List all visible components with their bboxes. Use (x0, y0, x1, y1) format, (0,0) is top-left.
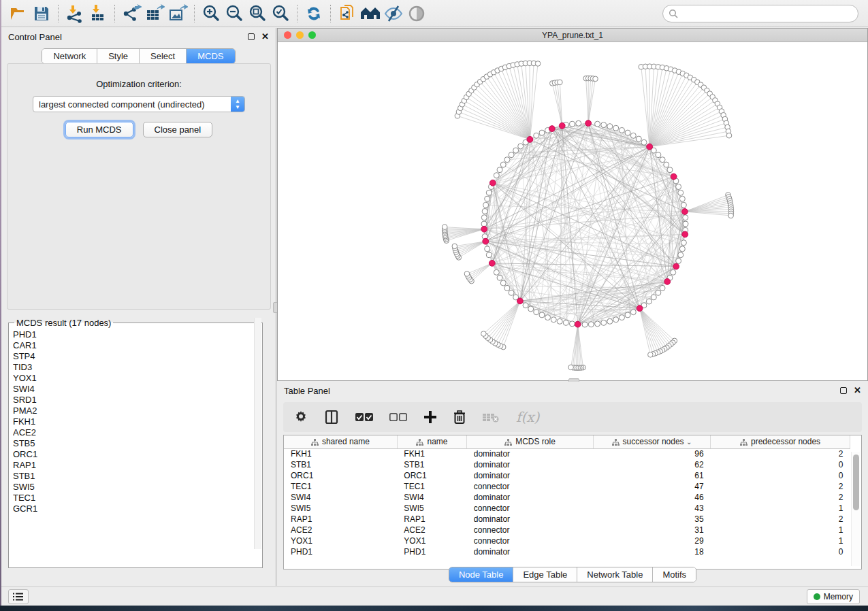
close-table-panel-icon[interactable]: ✕ (854, 387, 861, 394)
cell[interactable]: YOX1 (397, 535, 466, 546)
cell[interactable]: RAP1 (397, 514, 466, 525)
cell[interactable]: STB1 (397, 459, 466, 470)
zoom-selected-icon[interactable] (269, 3, 292, 24)
cell[interactable]: ACE2 (284, 525, 397, 535)
cell[interactable]: 2 (711, 448, 850, 459)
result-node[interactable]: STB1 (13, 471, 262, 482)
cell[interactable]: 2 (711, 492, 850, 503)
cell[interactable]: 96 (593, 448, 710, 459)
cell[interactable]: SWI5 (284, 503, 397, 514)
close-panel-icon[interactable]: ✕ (261, 33, 269, 40)
result-node[interactable]: RAP1 (13, 460, 262, 471)
cell[interactable]: connector (467, 535, 594, 546)
tab-node-table[interactable]: Node Table (449, 567, 514, 582)
delete-column-icon[interactable] (453, 410, 466, 425)
float-table-panel-icon[interactable] (840, 387, 847, 394)
cell[interactable]: RAP1 (284, 514, 397, 525)
table-row[interactable]: RAP1RAP1dominator352 (284, 514, 850, 525)
cell[interactable]: 0 (711, 459, 850, 470)
open-file-icon[interactable] (7, 3, 30, 24)
mcds-node[interactable] (559, 122, 565, 129)
result-node[interactable]: ACE2 (13, 427, 262, 438)
memory-button[interactable]: Memory (807, 589, 860, 604)
cell[interactable]: PHD1 (397, 546, 466, 557)
table-row[interactable]: STB1STB1dominator620 (284, 459, 850, 470)
cell[interactable]: SWI4 (284, 492, 397, 503)
show-all-icon[interactable] (405, 3, 428, 24)
result-list-scrollbar[interactable] (254, 318, 261, 549)
result-node[interactable]: PMA2 (13, 406, 262, 416)
export-image-icon[interactable] (166, 3, 189, 24)
cell[interactable]: 29 (593, 535, 710, 546)
cell[interactable]: connector (467, 481, 594, 492)
table-row[interactable]: FKH1FKH1dominator962 (284, 448, 850, 459)
export-network-icon[interactable] (120, 3, 143, 24)
cell[interactable]: connector (467, 503, 594, 514)
cell[interactable]: STB1 (284, 459, 397, 470)
column-selector-icon[interactable] (324, 410, 339, 425)
cell[interactable]: YOX1 (284, 535, 397, 546)
hide-selected-icon[interactable] (382, 3, 405, 24)
column-header-predecessor-nodes[interactable]: predecessor nodes (711, 435, 850, 448)
tab-select[interactable]: Select (140, 49, 187, 63)
mcds-node[interactable] (481, 226, 487, 232)
cell[interactable]: 2 (711, 514, 850, 525)
search-input[interactable] (681, 9, 852, 18)
tab-network-table[interactable]: Network Table (577, 567, 653, 582)
import-table-icon[interactable] (86, 3, 110, 24)
cell[interactable]: connector (467, 525, 594, 535)
table-scrollbar-thumb[interactable] (853, 455, 859, 510)
table-row[interactable]: SWI5SWI5connector431 (284, 503, 850, 514)
cell[interactable]: SWI4 (397, 492, 466, 503)
mcds-node[interactable] (549, 126, 555, 132)
select-all-checkboxes-icon[interactable] (355, 412, 373, 422)
mcds-node[interactable] (483, 238, 489, 244)
mcds-node[interactable] (585, 120, 592, 127)
cell[interactable]: 0 (711, 470, 850, 481)
cell[interactable]: dominator (467, 546, 594, 557)
node-table[interactable]: shared namenameMCDS rolesuccessor nodes … (283, 435, 862, 569)
table-row[interactable]: ORC1ORC1dominator610 (284, 470, 850, 481)
cell[interactable]: 35 (593, 514, 710, 525)
cell[interactable]: 1 (711, 535, 850, 546)
cell[interactable]: dominator (467, 470, 594, 481)
result-node[interactable]: SRD1 (13, 395, 262, 406)
add-column-icon[interactable] (423, 410, 437, 424)
mcds-node[interactable] (682, 231, 688, 237)
result-node[interactable]: TID3 (13, 362, 262, 373)
table-row[interactable]: PHD1PHD1dominator180 (284, 546, 850, 557)
result-node[interactable]: YOX1 (13, 373, 262, 384)
cell[interactable]: ORC1 (284, 470, 397, 481)
tab-network[interactable]: Network (42, 49, 97, 63)
cell[interactable]: 47 (593, 481, 710, 492)
mcds-node[interactable] (673, 263, 679, 269)
first-neighbors-icon[interactable] (359, 3, 382, 24)
result-node[interactable]: SWI4 (13, 384, 262, 395)
cell[interactable]: FKH1 (284, 448, 397, 459)
result-node[interactable]: STB5 (13, 438, 262, 449)
cell[interactable]: 61 (593, 470, 710, 481)
result-node[interactable]: TEC1 (13, 493, 262, 503)
result-node[interactable]: FKH1 (13, 416, 262, 427)
mcds-node[interactable] (575, 321, 581, 327)
cell[interactable]: 46 (593, 492, 710, 503)
mcds-node[interactable] (517, 298, 523, 304)
table-row[interactable]: SWI4SWI4dominator462 (284, 492, 850, 503)
cell[interactable]: dominator (467, 514, 594, 525)
cell[interactable]: ORC1 (397, 470, 466, 481)
cell[interactable]: FKH1 (397, 448, 466, 459)
tab-style[interactable]: Style (97, 49, 140, 63)
table-settings-gear-icon[interactable] (294, 410, 308, 424)
result-node[interactable]: PHD1 (13, 329, 262, 340)
save-session-icon[interactable] (30, 3, 53, 24)
import-network-icon[interactable] (63, 3, 86, 24)
cell[interactable]: 2 (711, 481, 850, 492)
column-header-name[interactable]: name (397, 435, 466, 448)
cell[interactable]: 43 (593, 503, 710, 514)
result-node[interactable]: GCR1 (13, 503, 262, 514)
mcds-node[interactable] (671, 174, 677, 180)
export-table-icon[interactable] (143, 3, 166, 24)
cell[interactable]: 31 (593, 525, 710, 535)
cell[interactable]: 1 (711, 503, 850, 514)
cell[interactable]: TEC1 (397, 481, 466, 492)
